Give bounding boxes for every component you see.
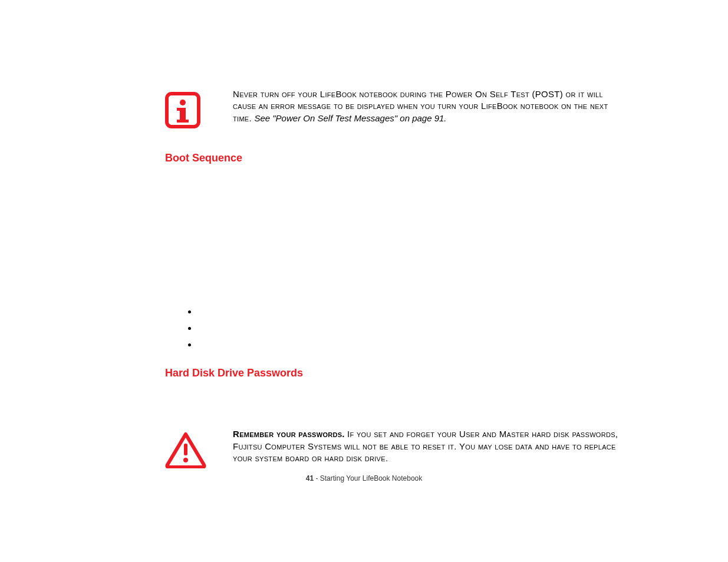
boot-bullet-list: You turn on the power to your LifeBook n…	[165, 303, 625, 352]
page-number: 41	[306, 474, 314, 482]
warning-lead: Remember your passwords.	[233, 429, 345, 439]
list-item: You restart your notebook from the Windo…	[197, 320, 625, 336]
heading-hdd-passwords: Hard Disk Drive Passwords	[165, 367, 625, 379]
svg-point-1	[180, 100, 186, 105]
icon-column	[165, 428, 233, 468]
boot-paragraph-2: The boot sequence is executed when:	[165, 280, 625, 293]
svg-point-6	[183, 458, 188, 462]
footer-title: Starting Your LifeBook Notebook	[320, 474, 422, 482]
document-page: Never turn off your LifeBook notebook du…	[0, 0, 728, 562]
svg-rect-5	[184, 444, 187, 455]
info-callout: Never turn off your LifeBook notebook du…	[165, 88, 625, 128]
svg-rect-4	[177, 120, 189, 123]
footer-sep: -	[314, 474, 320, 482]
heading-boot-sequence: Boot Sequence	[165, 152, 625, 164]
boot-paragraph-1: The procedure for starting-up your noteb…	[165, 176, 625, 269]
list-item: The software initiates a system restart.…	[197, 336, 625, 353]
svg-rect-3	[177, 108, 186, 111]
icon-column	[165, 88, 233, 128]
info-icon	[165, 92, 200, 128]
page-footer: 41 - Starting Your LifeBook Notebook	[0, 474, 728, 482]
info-text: Never turn off your LifeBook notebook du…	[233, 88, 625, 124]
warning-callout: Remember your passwords. If you set and …	[165, 428, 625, 468]
warning-icon	[165, 432, 206, 468]
list-item: You turn on the power to your LifeBook n…	[197, 303, 625, 320]
info-text-xref: See "Power On Self Test Messages" on pag…	[254, 113, 446, 123]
hdd-paragraph: To provide additional security for your …	[165, 391, 625, 418]
warning-text: Remember your passwords. If you set and …	[233, 428, 625, 464]
